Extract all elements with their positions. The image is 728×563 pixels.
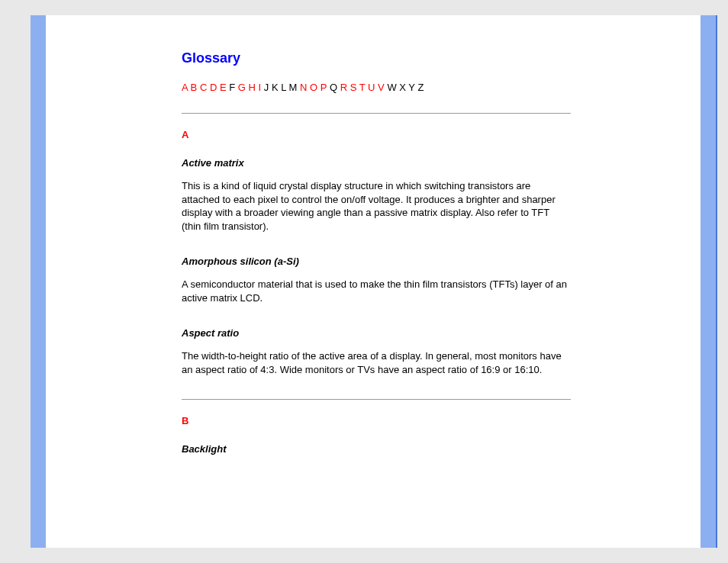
alpha-nolink-z: Z: [417, 82, 424, 93]
alpha-link-i[interactable]: I: [259, 82, 262, 93]
term-description: The width-to-height ratio of the active …: [182, 349, 571, 376]
alpha-nolink-y: Y: [408, 82, 414, 93]
glossary-sections: AActive matrixThis is a kind of liquid c…: [182, 129, 655, 455]
alpha-link-g[interactable]: G: [238, 82, 246, 93]
alphabet-index: A B C D E F G H I J K L M N O P Q R S T …: [182, 82, 655, 93]
alpha-link-d[interactable]: D: [210, 82, 217, 93]
term-description: A semiconductor material that is used to…: [182, 278, 571, 304]
page-title: Glossary: [182, 50, 655, 66]
content-area: Glossary A B C D E F G H I J K L M N O P…: [46, 15, 701, 548]
alpha-link-r[interactable]: R: [340, 82, 347, 93]
divider: [182, 399, 571, 400]
left-blue-stripe: [31, 15, 46, 548]
section-letter-a: A: [182, 129, 655, 140]
alpha-link-a[interactable]: A: [182, 82, 188, 93]
term-title: Aspect ratio: [182, 327, 655, 339]
term-description: This is a kind of liquid crystal display…: [182, 179, 571, 233]
section-letter-b: B: [182, 415, 655, 426]
term-title: Amorphous silicon (a-Si): [182, 256, 655, 267]
right-blue-stripe: [701, 15, 716, 548]
alpha-nolink-j: J: [264, 82, 269, 93]
alpha-link-o[interactable]: O: [310, 82, 317, 93]
alpha-nolink-x: X: [399, 82, 406, 93]
alpha-nolink-q: Q: [330, 82, 337, 93]
alpha-link-v[interactable]: V: [378, 82, 385, 93]
term-title: Backlight: [182, 443, 655, 455]
alpha-nolink-l: L: [281, 82, 286, 93]
alpha-link-u[interactable]: U: [368, 82, 375, 93]
alpha-nolink-w: W: [387, 82, 396, 93]
alpha-link-p[interactable]: P: [321, 82, 327, 93]
alpha-link-e[interactable]: E: [220, 82, 227, 93]
alpha-link-t[interactable]: T: [359, 82, 366, 93]
page-wrapper: Glossary A B C D E F G H I J K L M N O P…: [0, 0, 728, 563]
right-blue-stripe-edge: [716, 15, 717, 548]
alpha-nolink-k: K: [272, 82, 279, 93]
term-title: Active matrix: [182, 157, 655, 169]
alpha-link-s[interactable]: S: [350, 82, 357, 93]
divider: [182, 113, 571, 114]
alpha-nolink-m: M: [289, 82, 298, 93]
alpha-link-h[interactable]: H: [249, 82, 256, 93]
alpha-nolink-f: F: [229, 82, 235, 93]
alpha-link-n[interactable]: N: [300, 82, 307, 93]
alpha-link-b[interactable]: B: [191, 82, 198, 93]
alpha-link-c[interactable]: C: [200, 82, 207, 93]
